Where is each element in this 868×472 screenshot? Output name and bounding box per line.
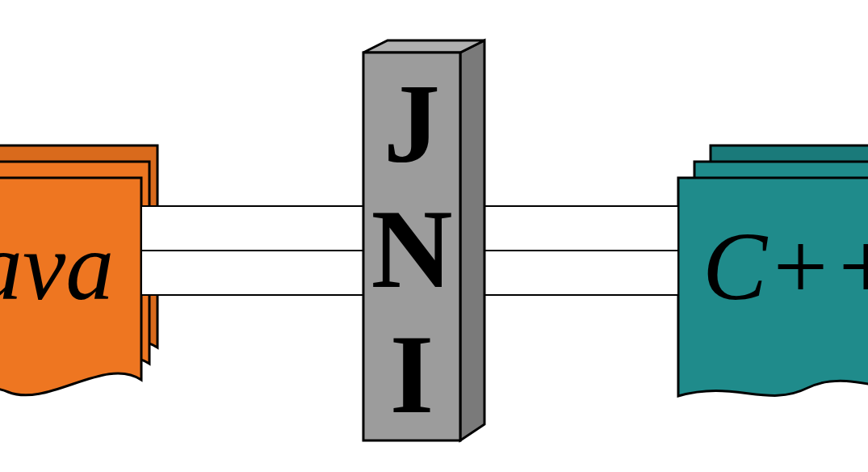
jni-letter-n: N [371, 186, 452, 311]
java-label: ava [0, 213, 114, 320]
svg-marker-4 [460, 40, 484, 440]
cpp-label: C++ [702, 213, 868, 320]
jni-letter-i: I [390, 311, 434, 436]
svg-marker-5 [363, 40, 484, 53]
jni-letter-j: J [384, 61, 440, 186]
jni-diagram: ava C++ J N I [0, 0, 868, 472]
